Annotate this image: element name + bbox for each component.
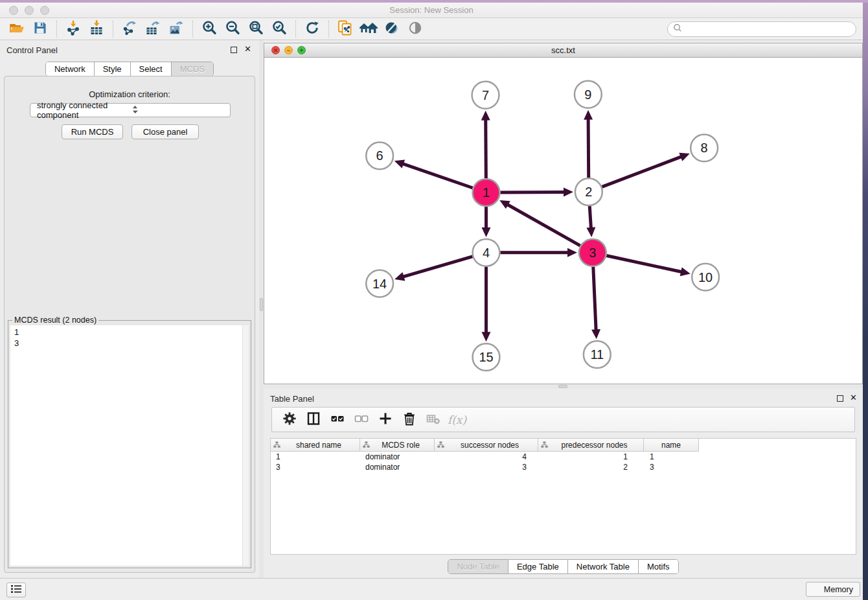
window-top-border bbox=[0, 0, 868, 3]
graph-edge-3-1[interactable] bbox=[507, 204, 580, 246]
home-layout-button[interactable] bbox=[357, 19, 380, 39]
task-history-button[interactable] bbox=[6, 583, 26, 597]
export-network-button[interactable] bbox=[118, 19, 141, 39]
column-header-shared-name[interactable]: shared name bbox=[271, 439, 360, 452]
show-columns-button[interactable] bbox=[301, 410, 325, 430]
vizmap-icon bbox=[384, 20, 400, 38]
table-cell: dominator bbox=[360, 462, 435, 472]
add-column-button[interactable] bbox=[373, 410, 397, 430]
tab-mcds[interactable]: MCDS bbox=[172, 62, 213, 76]
column-header-name[interactable]: name bbox=[644, 439, 699, 452]
columns-icon bbox=[306, 411, 321, 428]
column-header-label: successor nodes bbox=[444, 441, 535, 450]
table-panel: Table Panel ✕ f(x) shared nameMCDS roles… bbox=[264, 389, 863, 578]
memory-button[interactable]: Memory bbox=[806, 582, 860, 597]
graph-edge-arrow-2-3 bbox=[586, 227, 595, 237]
copy-style-button[interactable] bbox=[334, 19, 357, 39]
graph-edge-2-3[interactable] bbox=[589, 206, 591, 229]
graph-edge-2-8[interactable] bbox=[602, 156, 682, 187]
open-session-button[interactable] bbox=[5, 19, 29, 39]
save-session-button[interactable] bbox=[29, 19, 52, 39]
table-panel-title: Table Panel bbox=[270, 394, 314, 404]
export-table-button[interactable] bbox=[141, 19, 165, 39]
search-box[interactable] bbox=[667, 21, 856, 37]
gear-icon bbox=[282, 411, 297, 428]
application-window: Session: New Session bbox=[0, 0, 863, 600]
node-table-header: shared nameMCDS rolesuccessor nodesprede… bbox=[271, 439, 856, 452]
delete-table-button[interactable] bbox=[421, 410, 445, 430]
zoom-selected-button[interactable] bbox=[268, 19, 291, 39]
vizmap-button[interactable] bbox=[380, 19, 404, 39]
tab-style[interactable]: Style bbox=[95, 62, 131, 76]
graph-edge-1-6[interactable] bbox=[402, 163, 473, 188]
horizontal-splitter-handle[interactable] bbox=[558, 385, 567, 388]
refresh-button[interactable] bbox=[301, 19, 324, 39]
show-hide-button[interactable] bbox=[404, 19, 427, 39]
select-all-button[interactable] bbox=[325, 410, 349, 430]
graph-edge-4-14[interactable] bbox=[402, 257, 473, 277]
graph-node-label-11: 11 bbox=[590, 347, 604, 362]
trash-icon bbox=[402, 411, 417, 428]
mcds-result-area[interactable]: 13 bbox=[10, 325, 249, 566]
tab-network[interactable]: Network bbox=[46, 62, 95, 76]
graph-node-label-6: 6 bbox=[376, 148, 383, 163]
graph-edge-arrow-4-15 bbox=[482, 332, 491, 341]
tab-edge-table[interactable]: Edge Table bbox=[508, 560, 568, 573]
delete-table-icon bbox=[426, 411, 441, 428]
result-scrollbar[interactable] bbox=[242, 325, 249, 566]
zoom-fit-icon bbox=[248, 20, 264, 38]
column-header-predecessor-nodes[interactable]: predecessor nodes bbox=[538, 439, 644, 452]
horizontal-splitter[interactable] bbox=[264, 384, 863, 389]
tab-motifs[interactable]: Motifs bbox=[639, 560, 678, 573]
tab-select[interactable]: Select bbox=[131, 62, 172, 76]
delete-column-button[interactable] bbox=[397, 410, 421, 430]
table-row[interactable]: 1dominator411 bbox=[271, 452, 856, 462]
control-panel-header: Control Panel ✕ bbox=[0, 40, 259, 58]
apply-function-button[interactable]: f(x) bbox=[445, 410, 469, 430]
close-panel-icon[interactable]: ✕ bbox=[850, 393, 857, 402]
toolbar-separator bbox=[56, 21, 57, 38]
zoom-out-button[interactable] bbox=[221, 19, 244, 39]
graph-node-label-3: 3 bbox=[589, 246, 596, 260]
table-panel-header: Table Panel ✕ bbox=[264, 389, 863, 407]
deselect-all-icon bbox=[354, 411, 369, 428]
graph-node-label-14: 14 bbox=[372, 277, 387, 291]
close-panel-icon[interactable]: ✕ bbox=[244, 44, 251, 54]
graph-edge-2-9[interactable] bbox=[588, 118, 589, 178]
tab-network-table[interactable]: Network Table bbox=[568, 560, 639, 573]
export-image-button[interactable] bbox=[165, 19, 188, 39]
column-header-label: name bbox=[646, 441, 696, 450]
search-input[interactable] bbox=[682, 25, 851, 34]
vertical-splitter[interactable] bbox=[259, 40, 264, 578]
table-row[interactable]: 3dominator323 bbox=[271, 462, 856, 472]
float-panel-icon[interactable] bbox=[231, 47, 237, 53]
graph-edge-arrow-1-7 bbox=[481, 111, 490, 121]
network-canvas-svg[interactable]: 7968124314101511 bbox=[264, 58, 862, 384]
column-header-successor-nodes[interactable]: successor nodes bbox=[435, 439, 538, 452]
tab-node-table[interactable]: Node Table bbox=[448, 560, 508, 573]
graph-edge-arrow-4-3 bbox=[567, 248, 577, 257]
graph-edge-1-2[interactable] bbox=[500, 192, 565, 192]
run-mcds-button[interactable]: Run MCDS bbox=[62, 124, 123, 139]
column-header-mcds-role[interactable]: MCDS role bbox=[360, 439, 435, 452]
vertical-splitter-handle[interactable] bbox=[260, 298, 263, 311]
graph-node-label-2: 2 bbox=[585, 185, 592, 199]
import-network-button[interactable] bbox=[62, 19, 85, 39]
graph-edge-3-10[interactable] bbox=[606, 255, 683, 272]
table-settings-button[interactable] bbox=[277, 410, 301, 430]
memory-label: Memory bbox=[824, 585, 853, 594]
optimization-criterion-dropdown[interactable]: strongly connected component bbox=[30, 103, 231, 117]
graph-edge-3-11[interactable] bbox=[593, 267, 596, 332]
table-panel-tabs: Node TableEdge TableNetwork TableMotifs bbox=[448, 559, 678, 574]
close-panel-button[interactable]: Close panel bbox=[131, 124, 199, 139]
float-panel-icon[interactable] bbox=[837, 395, 843, 402]
zoom-in-button[interactable] bbox=[198, 19, 221, 39]
graph-edge-arrow-1-4 bbox=[482, 227, 491, 237]
import-table-button[interactable] bbox=[85, 19, 108, 39]
zoom-fit-button[interactable] bbox=[244, 19, 268, 39]
graph-edge-1-7[interactable] bbox=[486, 119, 486, 179]
deselect-all-button[interactable] bbox=[349, 410, 373, 430]
table-cell: 1 bbox=[538, 452, 644, 462]
graph-edge-arrow-2-9 bbox=[584, 110, 593, 120]
optimization-criterion-label: Optimization criterion: bbox=[5, 89, 255, 99]
